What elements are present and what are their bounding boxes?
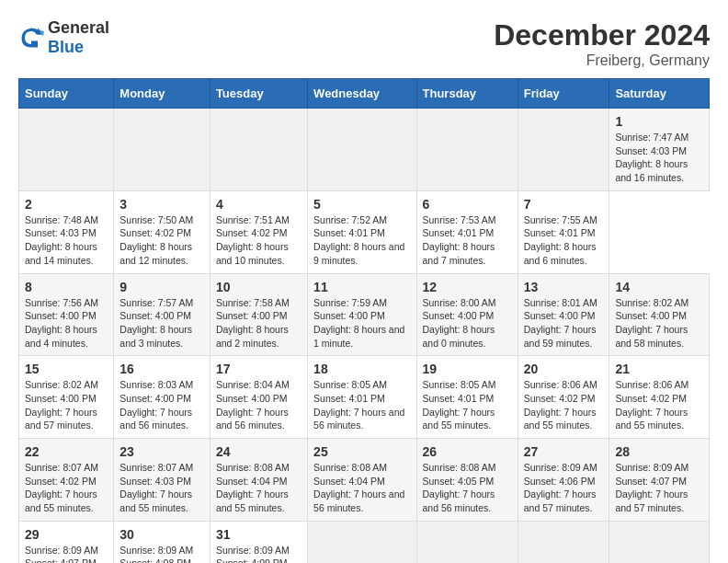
day-info: Sunrise: 7:50 AMSunset: 4:02 PMDaylight:… — [119, 214, 193, 266]
day-number: 20 — [524, 362, 604, 376]
day-info: Sunrise: 7:51 AMSunset: 4:02 PMDaylight:… — [216, 214, 290, 266]
calendar-table: SundayMondayTuesdayWednesdayThursdayFrid… — [18, 78, 710, 563]
day-info: Sunrise: 8:08 AMSunset: 4:04 PMDaylight:… — [216, 462, 290, 513]
empty-cell — [308, 521, 416, 563]
calendar-day-23: 23Sunrise: 8:07 AMSunset: 4:03 PMDayligh… — [114, 439, 210, 522]
calendar-day-29: 29Sunrise: 8:09 AMSunset: 4:07 PMDayligh… — [19, 521, 114, 563]
calendar-day-10: 10Sunrise: 7:58 AMSunset: 4:00 PMDayligh… — [210, 273, 307, 356]
title-section: December 2024 Freiberg, Germany — [494, 18, 710, 69]
calendar-week-2: 2Sunrise: 7:48 AMSunset: 4:03 PMDaylight… — [19, 190, 710, 273]
calendar-day-24: 24Sunrise: 8:08 AMSunset: 4:04 PMDayligh… — [210, 439, 307, 522]
calendar-day-6: 6Sunrise: 7:53 AMSunset: 4:01 PMDaylight… — [416, 190, 518, 273]
subtitle: Freiberg, Germany — [494, 52, 710, 69]
calendar-day-28: 28Sunrise: 8:09 AMSunset: 4:07 PMDayligh… — [609, 439, 710, 522]
calendar-day-30: 30Sunrise: 8:09 AMSunset: 4:08 PMDayligh… — [114, 521, 210, 563]
empty-cell — [518, 521, 609, 563]
day-header-wednesday: Wednesday — [308, 79, 416, 109]
day-number: 9 — [119, 280, 204, 294]
logo-text: General Blue — [48, 18, 109, 57]
calendar-day-25: 25Sunrise: 8:08 AMSunset: 4:04 PMDayligh… — [308, 439, 416, 522]
calendar-week-1: 1Sunrise: 7:47 AMSunset: 4:03 PMDaylight… — [19, 109, 710, 191]
day-info: Sunrise: 8:01 AMSunset: 4:00 PMDaylight:… — [524, 297, 597, 349]
day-number: 4 — [216, 197, 301, 212]
calendar-day-4: 4Sunrise: 7:51 AMSunset: 4:02 PMDaylight… — [210, 190, 307, 273]
main-title: December 2024 — [494, 18, 710, 52]
day-number: 29 — [25, 527, 108, 542]
calendar-day-7: 7Sunrise: 7:55 AMSunset: 4:01 PMDaylight… — [518, 190, 609, 273]
day-number: 15 — [25, 362, 108, 376]
day-number: 30 — [119, 527, 204, 542]
day-header-tuesday: Tuesday — [210, 79, 307, 109]
calendar-day-13: 13Sunrise: 8:01 AMSunset: 4:00 PMDayligh… — [518, 273, 609, 356]
empty-cell — [308, 109, 416, 191]
day-number: 27 — [524, 444, 604, 459]
day-number: 25 — [313, 444, 410, 459]
day-info: Sunrise: 8:08 AMSunset: 4:05 PMDaylight:… — [423, 462, 496, 513]
header: General Blue December 2024 Freiberg, Ger… — [18, 18, 710, 69]
day-info: Sunrise: 8:03 AMSunset: 4:00 PMDaylight:… — [119, 379, 193, 431]
header-row: SundayMondayTuesdayWednesdayThursdayFrid… — [19, 79, 710, 109]
day-number: 28 — [615, 444, 703, 459]
day-number: 2 — [25, 197, 108, 212]
day-header-friday: Friday — [518, 79, 609, 109]
empty-cell — [416, 109, 518, 191]
day-number: 14 — [615, 280, 703, 294]
day-number: 5 — [313, 197, 410, 212]
day-info: Sunrise: 7:58 AMSunset: 4:00 PMDaylight:… — [216, 297, 290, 349]
day-number: 10 — [216, 280, 301, 294]
calendar-day-3: 3Sunrise: 7:50 AMSunset: 4:02 PMDaylight… — [114, 190, 210, 273]
day-info: Sunrise: 8:02 AMSunset: 4:00 PMDaylight:… — [615, 297, 688, 349]
calendar-week-5: 22Sunrise: 8:07 AMSunset: 4:02 PMDayligh… — [19, 439, 710, 522]
empty-cell — [416, 521, 518, 563]
day-number: 22 — [25, 444, 108, 459]
logo: General Blue — [18, 18, 109, 57]
day-info: Sunrise: 8:09 AMSunset: 4:09 PMDaylight:… — [216, 545, 290, 563]
day-info: Sunrise: 7:56 AMSunset: 4:00 PMDaylight:… — [25, 297, 98, 349]
day-number: 8 — [25, 280, 108, 294]
day-info: Sunrise: 7:47 AMSunset: 4:03 PMDaylight:… — [615, 132, 688, 183]
day-info: Sunrise: 8:05 AMSunset: 4:01 PMDaylight:… — [313, 379, 404, 431]
empty-cell — [210, 109, 307, 191]
day-info: Sunrise: 7:53 AMSunset: 4:01 PMDaylight:… — [423, 214, 496, 266]
day-info: Sunrise: 8:07 AMSunset: 4:02 PMDaylight:… — [25, 462, 98, 513]
day-info: Sunrise: 8:09 AMSunset: 4:06 PMDaylight:… — [524, 462, 597, 513]
day-number: 17 — [216, 362, 301, 376]
calendar-day-14: 14Sunrise: 8:02 AMSunset: 4:00 PMDayligh… — [609, 273, 710, 356]
day-info: Sunrise: 7:57 AMSunset: 4:00 PMDaylight:… — [119, 297, 193, 349]
empty-cell — [114, 109, 210, 191]
day-number: 3 — [119, 197, 204, 212]
day-number: 16 — [119, 362, 204, 376]
day-info: Sunrise: 8:06 AMSunset: 4:02 PMDaylight:… — [524, 379, 597, 431]
day-info: Sunrise: 7:59 AMSunset: 4:00 PMDaylight:… — [313, 297, 404, 349]
calendar-week-4: 15Sunrise: 8:02 AMSunset: 4:00 PMDayligh… — [19, 356, 710, 439]
day-header-sunday: Sunday — [19, 79, 114, 109]
calendar-day-18: 18Sunrise: 8:05 AMSunset: 4:01 PMDayligh… — [308, 356, 416, 439]
calendar-day-12: 12Sunrise: 8:00 AMSunset: 4:00 PMDayligh… — [416, 273, 518, 356]
calendar-day-2: 2Sunrise: 7:48 AMSunset: 4:03 PMDaylight… — [19, 190, 114, 273]
day-info: Sunrise: 8:09 AMSunset: 4:07 PMDaylight:… — [25, 545, 98, 563]
day-header-saturday: Saturday — [609, 79, 710, 109]
calendar-day-9: 9Sunrise: 7:57 AMSunset: 4:00 PMDaylight… — [114, 273, 210, 356]
calendar-day-27: 27Sunrise: 8:09 AMSunset: 4:06 PMDayligh… — [518, 439, 609, 522]
calendar-day-5: 5Sunrise: 7:52 AMSunset: 4:01 PMDaylight… — [308, 190, 416, 273]
calendar-day-17: 17Sunrise: 8:04 AMSunset: 4:00 PMDayligh… — [210, 356, 307, 439]
day-info: Sunrise: 8:02 AMSunset: 4:00 PMDaylight:… — [25, 379, 98, 431]
day-info: Sunrise: 8:04 AMSunset: 4:00 PMDaylight:… — [216, 379, 290, 431]
calendar-week-6: 29Sunrise: 8:09 AMSunset: 4:07 PMDayligh… — [19, 521, 710, 563]
day-number: 12 — [423, 280, 512, 294]
calendar-day-11: 11Sunrise: 7:59 AMSunset: 4:00 PMDayligh… — [308, 273, 416, 356]
day-info: Sunrise: 8:06 AMSunset: 4:02 PMDaylight:… — [615, 379, 688, 431]
day-info: Sunrise: 8:05 AMSunset: 4:01 PMDaylight:… — [423, 379, 496, 431]
day-info: Sunrise: 7:48 AMSunset: 4:03 PMDaylight:… — [25, 214, 98, 266]
day-info: Sunrise: 8:09 AMSunset: 4:07 PMDaylight:… — [615, 462, 688, 513]
day-info: Sunrise: 8:09 AMSunset: 4:08 PMDaylight:… — [119, 545, 193, 563]
day-number: 7 — [524, 197, 604, 212]
calendar-day-31: 31Sunrise: 8:09 AMSunset: 4:09 PMDayligh… — [210, 521, 307, 563]
calendar-day-26: 26Sunrise: 8:08 AMSunset: 4:05 PMDayligh… — [416, 439, 518, 522]
calendar-day-22: 22Sunrise: 8:07 AMSunset: 4:02 PMDayligh… — [19, 439, 114, 522]
day-info: Sunrise: 7:52 AMSunset: 4:01 PMDaylight:… — [313, 214, 404, 266]
calendar-day-8: 8Sunrise: 7:56 AMSunset: 4:00 PMDaylight… — [19, 273, 114, 356]
day-number: 21 — [615, 362, 703, 376]
day-header-thursday: Thursday — [416, 79, 518, 109]
day-info: Sunrise: 8:07 AMSunset: 4:03 PMDaylight:… — [119, 462, 193, 513]
